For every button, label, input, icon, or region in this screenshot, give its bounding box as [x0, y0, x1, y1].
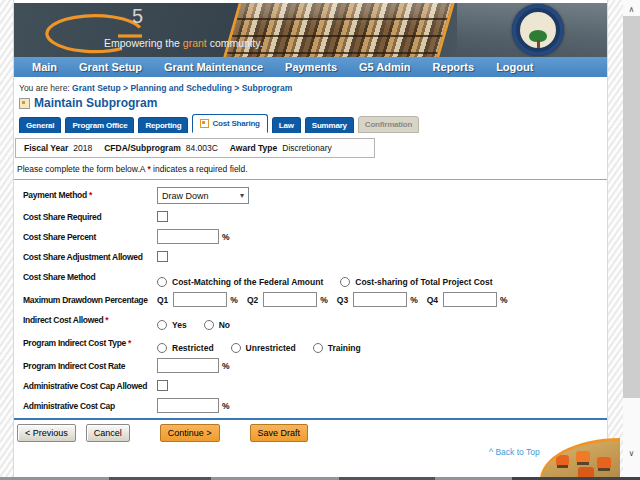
g5-logo-five: 5	[132, 5, 143, 28]
cost-sharing-form: Payment Method * Draw Down ▾ Cost Share …	[23, 187, 607, 413]
cost-share-percent-input[interactable]	[157, 229, 219, 244]
payment-method-select[interactable]: Draw Down ▾	[157, 187, 249, 204]
maximum-drawdown-percentage-label: Maximum Drawdown Percentage	[23, 292, 157, 305]
administrative-cost-cap-input[interactable]	[157, 398, 219, 413]
tab-law[interactable]: Law	[272, 117, 301, 133]
fiscal-year-label: Fiscal Year	[24, 143, 68, 153]
cancel-button[interactable]: Cancel	[86, 424, 130, 442]
chevron-down-icon: ▾	[240, 192, 244, 200]
scrollbar-thumb[interactable]	[623, 16, 640, 398]
payment-method-selected-value: Draw Down	[162, 191, 209, 201]
cost-share-required-checkbox[interactable]	[157, 211, 168, 222]
payment-method-label: Payment Method *	[23, 187, 157, 200]
breadcrumb-prefix: You are here:	[19, 83, 70, 93]
tab-confirmation: Confirmation	[358, 116, 419, 133]
caret-up-icon: ^	[489, 447, 493, 457]
previous-button[interactable]: < Previous	[17, 424, 76, 442]
tab-reporting[interactable]: Reporting	[138, 117, 188, 133]
cost-matching-radio[interactable]	[157, 277, 167, 287]
q3-drawdown-input[interactable]	[353, 292, 407, 307]
nav-item-g5-admin[interactable]: G5 Admin	[348, 61, 422, 73]
scroll-down-icon[interactable]: ∨	[623, 449, 640, 458]
program-indirect-cost-rate-label: Program Indirect Cost Rate	[23, 358, 157, 371]
page-title: Maintain Subprogram	[34, 96, 157, 110]
q4-drawdown-input[interactable]	[443, 292, 497, 307]
tab-cost-sharing[interactable]: Cost Sharing	[192, 114, 267, 133]
nav-item-grant-setup[interactable]: Grant Setup	[68, 61, 153, 73]
administrative-cost-cap-allowed-checkbox[interactable]	[157, 380, 168, 391]
scroll-up-icon[interactable]: ∧	[623, 5, 640, 14]
continue-button[interactable]: Continue >	[160, 424, 220, 442]
divider	[14, 418, 607, 420]
cost-share-percent-label: Cost Share Percent	[23, 229, 157, 242]
header-tagline: Empowering the grant community.	[104, 37, 263, 49]
site-header: 5 Empowering the grant community.	[14, 3, 607, 57]
department-of-education-seal-icon	[512, 4, 564, 56]
restricted-radio[interactable]	[157, 343, 167, 353]
nav-item-reports[interactable]: Reports	[422, 61, 486, 73]
action-button-row: < Previous Cancel Continue > Save Draft	[17, 424, 607, 442]
nav-item-payments[interactable]: Payments	[274, 61, 348, 73]
save-draft-button[interactable]: Save Draft	[250, 424, 309, 442]
unrestricted-radio[interactable]	[231, 343, 241, 353]
indirect-cost-allowed-label: Indirect Cost Allowed *	[23, 312, 157, 325]
tab-summary[interactable]: Summary	[305, 117, 354, 133]
award-type-value: Discretionary	[282, 143, 332, 153]
divider	[14, 179, 607, 180]
tab-general[interactable]: General	[19, 117, 61, 133]
cfda-subprogram-value: 84.003C	[186, 143, 218, 153]
indirect-cost-no-radio[interactable]	[204, 320, 214, 330]
subprogram-summary-bar: Fiscal Year 2018 CFDA/Subprogram 84.003C…	[15, 138, 375, 158]
training-radio[interactable]	[313, 343, 323, 353]
nav-item-grant-maintenance[interactable]: Grant Maintenance	[153, 61, 274, 73]
nav-item-logout[interactable]: Logout	[485, 61, 544, 73]
q2-drawdown-input[interactable]	[263, 292, 317, 307]
cost-share-method-label: Cost Share Method	[23, 269, 157, 282]
indirect-cost-yes-radio[interactable]	[157, 320, 167, 330]
cost-share-adjustment-allowed-label: Cost Share Adjustment Allowed	[23, 249, 157, 262]
award-type-label: Award Type	[230, 143, 277, 153]
tab-program-office[interactable]: Program Office	[65, 117, 134, 133]
vertical-scrollbar[interactable]: ∧ ∨	[623, 0, 640, 477]
q1-drawdown-input[interactable]	[173, 292, 227, 307]
cost-sharing-total-radio[interactable]	[340, 277, 350, 287]
nav-item-main[interactable]: Main	[21, 61, 68, 73]
form-instructions: Please complete the form below.A * indic…	[17, 164, 607, 174]
tab-strip: General Program Office Reporting Cost Sh…	[19, 114, 607, 133]
cost-share-required-label: Cost Share Required	[23, 209, 157, 222]
subprogram-form-icon	[19, 98, 30, 109]
program-indirect-cost-type-label: Program Indirect Cost Type *	[23, 335, 157, 348]
main-navbar: Main Grant Setup Grant Maintenance Payme…	[14, 57, 607, 77]
cost-share-adjustment-allowed-checkbox[interactable]	[157, 251, 168, 262]
back-to-top-link[interactable]: ^ Back to Top	[489, 447, 540, 457]
breadcrumb: You are here: Grant Setup > Planning and…	[19, 83, 607, 93]
program-indirect-cost-rate-input[interactable]	[157, 358, 219, 373]
administrative-cost-cap-label: Administrative Cost Cap	[23, 398, 157, 411]
page-container: 5 Empowering the grant community. Main G…	[13, 0, 608, 477]
administrative-cost-cap-allowed-label: Administrative Cost Cap Allowed	[23, 378, 157, 391]
fiscal-year-value: 2018	[73, 143, 92, 153]
cfda-subprogram-label: CFDA/Subprogram	[104, 143, 181, 153]
current-tab-icon	[200, 119, 209, 128]
breadcrumb-path[interactable]: Grant Setup > Planning and Scheduling > …	[72, 83, 292, 93]
